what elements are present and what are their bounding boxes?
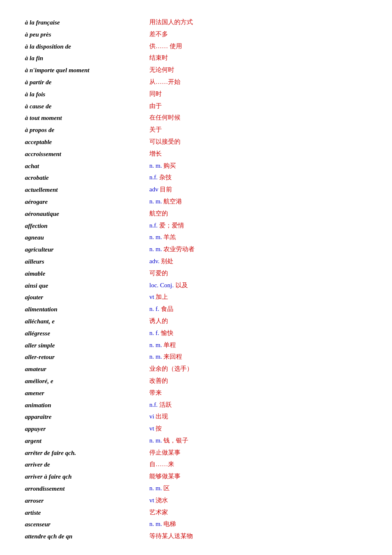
chinese-definition: vt 按 <box>149 423 367 435</box>
list-item: à la fois同时 <box>25 88 367 100</box>
french-term: à propos de <box>25 124 149 136</box>
french-term: à n'importe quel moment <box>25 64 149 76</box>
french-term-text: acrobatie <box>25 174 49 181</box>
french-term-text: arriver à faire qch <box>25 473 72 480</box>
part-of-speech: n. m. <box>149 485 163 491</box>
list-item: ajoutervt 加上 <box>25 291 367 303</box>
french-term-text: attendre qch de qn <box>25 533 73 540</box>
french-term-text: aller simple <box>25 342 55 349</box>
chinese-definition: 诱人的 <box>149 315 367 328</box>
chinese-definition: 航空的 <box>149 208 367 220</box>
chinese-definition: 从……开始 <box>149 76 367 88</box>
chinese-definition: n.f. 活跃 <box>149 399 367 411</box>
list-item: amateur业余的（选手） <box>25 363 367 375</box>
list-item: à propos de关于 <box>25 124 367 136</box>
french-term-text: alléchant, e <box>25 318 55 325</box>
french-term: à la disposition de <box>25 41 149 53</box>
french-term-text: aérogare <box>25 198 48 205</box>
list-item: agneaun. m. 羊羔 <box>25 232 367 244</box>
french-term-text: agneau <box>25 234 44 241</box>
chinese-definition: 用法国人的方式 <box>149 17 367 29</box>
french-term-text: alimentation <box>25 306 57 313</box>
list-item: à la française用法国人的方式 <box>25 17 367 29</box>
list-item: aéronautique航空的 <box>25 208 367 220</box>
chinese-definition: n. f. 食品 <box>149 303 367 315</box>
list-item: artiste艺术家 <box>25 507 367 519</box>
french-term-text: à la fin <box>25 55 43 61</box>
list-item: aérogaren. m. 航空港 <box>25 196 367 208</box>
chinese-definition: 无论何时 <box>149 64 367 76</box>
french-term-text: animation <box>25 402 51 408</box>
chinese-definition: vt 加上 <box>149 291 367 303</box>
french-term-text: aimable <box>25 270 45 277</box>
part-of-speech: n. m. <box>149 246 163 252</box>
list-item: animationn.f. 活跃 <box>25 399 367 411</box>
french-term: à cause de <box>25 100 149 112</box>
french-term-text: à peu près <box>25 31 51 38</box>
list-item: à partir de从……开始 <box>25 76 367 88</box>
chinese-definition: 能够做某事 <box>149 471 367 483</box>
french-term: achat <box>25 160 149 172</box>
list-item: à tout moment在任何时候 <box>25 112 367 124</box>
french-term: alléchant, e <box>25 315 149 328</box>
chinese-definition: n. m. 羊羔 <box>149 232 367 244</box>
french-term: arroser <box>25 495 149 507</box>
list-item: apparaîtrevi 出现 <box>25 411 367 423</box>
chinese-definition: 带来 <box>149 387 367 399</box>
french-term: artiste <box>25 507 149 519</box>
french-term: à peu près <box>25 29 149 41</box>
list-item: actuellementadv 目前 <box>25 184 367 196</box>
french-term-text: aéronautique <box>25 210 59 217</box>
list-item: à n'importe quel moment无论何时 <box>25 64 367 76</box>
french-term: à tout moment <box>25 112 149 124</box>
list-item: argentn. m. 钱，银子 <box>25 435 367 447</box>
french-term: arriver à faire qch <box>25 471 149 483</box>
part-of-speech: n. m. <box>149 521 163 527</box>
french-term: amateur <box>25 363 149 375</box>
french-term-text: arrondissement <box>25 485 65 492</box>
french-term-text: à cause de <box>25 103 51 110</box>
french-term: agneau <box>25 232 149 244</box>
french-term-text: artiste <box>25 509 41 516</box>
french-term-text: argent <box>25 438 41 444</box>
part-of-speech: vi <box>149 413 156 420</box>
chinese-definition: adv 目前 <box>149 184 367 196</box>
list-item: amener带来 <box>25 387 367 399</box>
list-item: ailleursadv. 别处 <box>25 256 367 268</box>
part-of-speech: n.f. <box>149 222 159 229</box>
chinese-definition: 停止做某事 <box>149 447 367 459</box>
french-term-text: à n'importe quel moment <box>25 67 89 73</box>
list-item: acrobatien.f. 杂技 <box>25 172 367 184</box>
list-item: à la fin结束时 <box>25 52 367 64</box>
chinese-definition: n.f. 杂技 <box>149 172 367 184</box>
list-item: arriver de自……来 <box>25 459 367 471</box>
chinese-definition: n. m. 航空港 <box>149 196 367 208</box>
french-term: argent <box>25 435 149 447</box>
chinese-definition: 同时 <box>149 88 367 100</box>
chinese-definition: 艺术家 <box>149 507 367 519</box>
french-term-text: allégresse <box>25 330 50 337</box>
french-term: attendre qch de qn <box>25 531 149 543</box>
part-of-speech: n.f. <box>149 401 159 408</box>
list-item: alléchant, e诱人的 <box>25 315 367 328</box>
part-of-speech: vt <box>149 425 156 432</box>
chinese-definition: 供…… 使用 <box>149 41 367 53</box>
list-item: alimentationn. f. 食品 <box>25 303 367 315</box>
chinese-definition: vt 浇水 <box>149 495 367 507</box>
french-term-text: apparaître <box>25 413 51 420</box>
french-term: à la fois <box>25 88 149 100</box>
list-item: agriculteurn. m. 农业劳动者 <box>25 244 367 256</box>
part-of-speech: loc. Conj. <box>149 282 175 289</box>
french-term: ascenseur <box>25 518 149 531</box>
french-term-text: amener <box>25 390 44 396</box>
list-item: aimable可爱的 <box>25 268 367 280</box>
chinese-definition: n. m. 单程 <box>149 340 367 352</box>
french-term: aéronautique <box>25 208 149 220</box>
french-term-text: ajouter <box>25 294 43 301</box>
french-term: alimentation <box>25 303 149 315</box>
french-term: arrêter de faire qch. <box>25 447 149 459</box>
part-of-speech: n. m. <box>149 437 163 444</box>
list-item: aller simplen. m. 单程 <box>25 340 367 352</box>
list-item: affectionn.f. 爱；爱情 <box>25 220 367 232</box>
french-term: animation <box>25 399 149 411</box>
